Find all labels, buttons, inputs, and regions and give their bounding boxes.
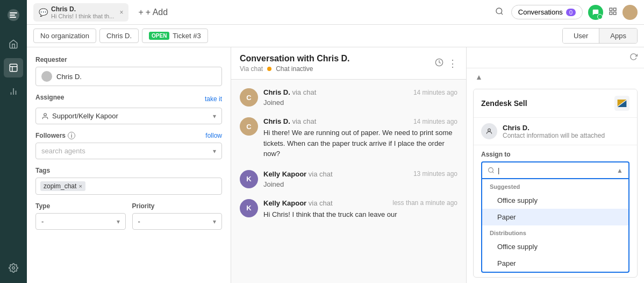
follow-link[interactable]: follow	[205, 132, 222, 139]
user-apps-tabs: User Apps	[562, 28, 638, 44]
tags-label: Tags	[35, 167, 222, 174]
nav-home-icon[interactable]	[4, 34, 23, 54]
svg-rect-1	[10, 64, 17, 72]
svg-rect-12	[613, 12, 616, 15]
active-tab[interactable]: 💬 Chris D. Hi Chris! I think that th... …	[33, 3, 128, 22]
search-agents-input[interactable]: search agents ▾	[35, 143, 222, 159]
contact-name: Chris D.	[503, 124, 605, 132]
collapse-section: ▲	[467, 68, 644, 83]
priority-chevron-icon: ▾	[213, 218, 216, 225]
message-1-sender: Chris D. via chat	[263, 88, 316, 96]
dropdown-item-office-supply-suggested[interactable]: Office supply	[482, 192, 628, 209]
assign-chevron-up-icon: ▲	[617, 167, 623, 174]
message-2-sender: Chris D. via chat	[263, 117, 316, 125]
type-select[interactable]: - ▾	[35, 213, 126, 230]
tag-remove-button[interactable]: ×	[78, 183, 82, 189]
ticket-number: Ticket #3	[173, 32, 201, 40]
nav-sidebar	[0, 0, 27, 283]
chat-status-label: Chat inactive	[276, 65, 313, 73]
followers-label: Followers i	[35, 132, 75, 139]
chat-status-button[interactable]	[588, 5, 603, 20]
assign-search-input[interactable]	[498, 166, 613, 174]
ticket-breadcrumb[interactable]: OPEN Ticket #3	[142, 29, 208, 43]
message-2-content: Chris D. via chat 14 minutes ago Hi ther…	[263, 117, 457, 159]
conversations-label: Conversations	[518, 8, 563, 16]
zendesk-sell-title: Zendesk Sell	[481, 99, 527, 108]
chat-title: Conversation with Chris D.	[240, 54, 349, 63]
assign-to-label: Assign to	[481, 151, 629, 158]
message-3-sender: Kelly Kapoor via chat	[263, 170, 333, 178]
grid-view-button[interactable]	[609, 7, 617, 18]
requester-avatar	[41, 71, 52, 82]
chat-panel: Conversation with Chris D. Via chat Chat…	[231, 47, 467, 283]
message-4: K Kelly Kapoor via chat less than a minu…	[240, 199, 457, 220]
app-logo[interactable]	[4, 5, 23, 25]
user-avatar[interactable]	[622, 5, 638, 20]
tab-user[interactable]: User	[563, 29, 599, 43]
zendesk-logo-icon	[614, 96, 629, 111]
add-tab-button[interactable]: + + Add	[133, 5, 173, 19]
svg-point-19	[488, 129, 491, 131]
message-2-text: Hi there! We are running out of paper. W…	[263, 128, 457, 159]
no-organization-breadcrumb[interactable]: No organization	[33, 29, 96, 43]
refresh-icon[interactable]	[629, 53, 638, 62]
svg-point-8	[496, 8, 502, 14]
assignee-value: Support/Kelly Kapoor	[52, 112, 118, 120]
status-dot	[267, 67, 271, 71]
assign-search-wrap: ▲	[481, 161, 629, 179]
message-3-avatar: K	[240, 170, 258, 188]
zendesk-sell-block: Zendesk Sell Chris D. Contact informatio	[473, 89, 638, 278]
search-button[interactable]	[493, 5, 506, 20]
collapse-button[interactable]: ▲	[473, 70, 485, 83]
add-icon: +	[138, 8, 143, 17]
nav-tickets-icon[interactable]	[4, 58, 23, 77]
dropdown-item-office-supply-dist[interactable]: Office supply	[482, 238, 628, 255]
contact-info: Chris D. Contact information will be att…	[503, 124, 605, 139]
assignee-chevron-icon: ▾	[213, 112, 216, 120]
nav-settings-icon[interactable]	[4, 258, 23, 278]
zendesk-sell-header: Zendesk Sell	[474, 89, 637, 117]
svg-rect-13	[610, 12, 612, 15]
left-panel: Requester Chris D. Assignee take it Supp…	[27, 47, 231, 283]
dropdown-item-paper-dist[interactable]: Paper	[482, 255, 628, 272]
tags-input[interactable]: zopim_chat ×	[35, 178, 222, 195]
right-panel-header	[467, 47, 644, 68]
assign-search-icon	[488, 167, 495, 174]
nav-stats-icon[interactable]	[4, 82, 23, 101]
type-label: Type	[35, 202, 126, 210]
conversations-button[interactable]: Conversations 0	[511, 5, 583, 19]
contact-row: Chris D. Contact information will be att…	[474, 117, 637, 145]
priority-field: Priority - ▾	[132, 202, 223, 230]
followers-field: Followers i follow search agents ▾	[35, 132, 222, 159]
dropdown-item-paper-suggested[interactable]: Paper	[482, 209, 628, 225]
body-area: Requester Chris D. Assignee take it Supp…	[27, 47, 644, 283]
assignee-select[interactable]: Support/Kelly Kapoor ▾	[35, 108, 222, 124]
top-right-actions: Conversations 0	[493, 5, 638, 20]
right-panel: ▲ Zendesk Sell Chr	[467, 47, 644, 283]
assignee-label: Assignee	[35, 94, 64, 101]
type-chevron-icon: ▾	[117, 218, 120, 225]
priority-label: Priority	[132, 202, 223, 210]
requester-input[interactable]: Chris D.	[35, 67, 222, 86]
priority-select[interactable]: - ▾	[132, 213, 223, 230]
tab-apps[interactable]: Apps	[599, 29, 637, 43]
assign-search-container: ▲ Suggested Office supply Paper Distribu…	[481, 161, 629, 273]
take-it-link[interactable]: take it	[205, 95, 222, 103]
message-3-content: Kelly Kapoor via chat 13 minutes ago Joi…	[263, 170, 457, 188]
message-3-text: Joined	[263, 180, 457, 188]
tab-close-button[interactable]: ×	[119, 9, 123, 16]
via-chat-label: Via chat	[240, 65, 263, 73]
followers-row: Followers i follow	[35, 132, 222, 139]
message-4-time: less than a minute ago	[392, 199, 457, 207]
message-1-time: 14 minutes ago	[413, 89, 457, 96]
more-options-icon[interactable]: ⋮	[448, 58, 457, 69]
requester-value: Chris D.	[56, 73, 82, 81]
assignee-row: Assignee take it	[35, 94, 222, 104]
main-area: 💬 Chris D. Hi Chris! I think that th... …	[27, 0, 644, 283]
history-icon[interactable]	[435, 58, 443, 69]
message-4-avatar: K	[240, 199, 258, 217]
user-breadcrumb[interactable]: Chris D.	[99, 29, 139, 43]
followers-info-icon[interactable]: i	[68, 132, 75, 139]
contact-sub: Contact information will be attached	[503, 132, 605, 139]
suggested-section-label: Suggested	[482, 179, 628, 192]
